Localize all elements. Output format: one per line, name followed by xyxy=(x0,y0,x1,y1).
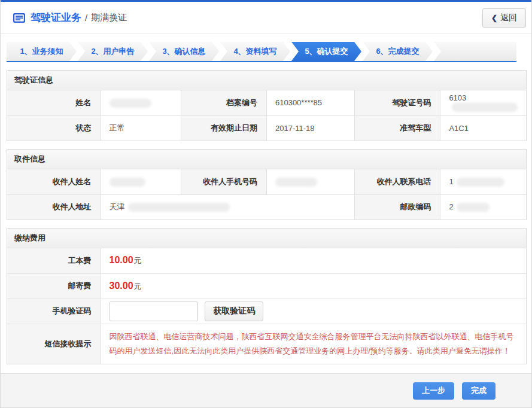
section-title-pickup: 取件信息 xyxy=(7,150,526,169)
recipient-mobile-label: 收件人手机号码 xyxy=(181,169,266,194)
tab-step-1-label: 1、业务须知 xyxy=(20,47,63,56)
production-fee-label: 工本费 xyxy=(7,248,101,273)
tab-step-2[interactable]: 2、用户申告 xyxy=(78,42,148,61)
recipient-address-value: 天津 xyxy=(101,194,355,220)
production-fee-value: 10.00元 xyxy=(101,248,526,273)
file-no-value: 610300****85 xyxy=(266,90,354,115)
tab-step-6[interactable]: 6、完成提交 xyxy=(363,42,433,61)
redacted-recipient-address xyxy=(128,203,230,212)
license-table: 姓名 档案编号 610300****85 驾驶证号码 6103 状态 正常 有效… xyxy=(7,90,526,141)
sms-code-cell: 获取验证码 xyxy=(101,299,526,324)
table-row: 收件人地址 天津 邮政编码 2 xyxy=(7,194,526,220)
recipient-name-label: 收件人姓名 xyxy=(7,169,101,194)
main-content: 驾驶证信息 姓名 档案编号 610300****85 驾驶证号码 6103 状态… xyxy=(1,70,531,364)
production-fee-amount: 10.00 xyxy=(110,255,133,265)
step-tabs: 1、业务须知 2、用户申告 3、确认信息 4、资料填写 5、确认提交 6、完成提… xyxy=(7,42,516,62)
finish-button[interactable]: 完成 xyxy=(462,382,495,400)
table-row: 姓名 档案编号 610300****85 驾驶证号码 6103 xyxy=(7,90,526,115)
sms-code-input[interactable] xyxy=(110,302,198,321)
redacted-name xyxy=(110,99,151,108)
table-row: 收件人姓名 收件人手机号码 收件人联系电话 1 xyxy=(7,169,526,194)
tab-step-4-label: 4、资料填写 xyxy=(233,47,276,56)
mailing-fee-amount: 30.00 xyxy=(110,281,133,291)
section-pickup-info: 取件信息 收件人姓名 收件人手机号码 收件人联系电话 1 收件人地址 天津 邮政… xyxy=(7,149,527,220)
previous-step-button[interactable]: 上一步 xyxy=(413,382,454,400)
recipient-phone-label: 收件人联系电话 xyxy=(355,169,440,194)
tab-step-5-label: 5、确认提交 xyxy=(305,47,348,56)
footer-bar: 上一步 完成 xyxy=(1,373,531,407)
license-no-label: 驾驶证号码 xyxy=(355,90,440,115)
table-row: 工本费 10.00元 xyxy=(7,248,526,273)
fees-table: 工本费 10.00元 邮寄费 30.00元 手机验证码 获取验证码 短信接收提示… xyxy=(7,248,526,364)
tab-step-1[interactable]: 1、业务须知 xyxy=(7,42,77,61)
recipient-mobile-value xyxy=(266,169,354,194)
file-no-label: 档案编号 xyxy=(181,90,266,115)
page-header: 驾驶证业务 / 期满换证 ❮ 返回 xyxy=(1,2,531,34)
tab-step-3[interactable]: 3、确认信息 xyxy=(149,42,219,61)
name-value xyxy=(101,90,181,115)
mailing-fee-unit: 元 xyxy=(134,282,142,291)
status-label: 状态 xyxy=(7,115,101,141)
valid-until-value: 2017-11-18 xyxy=(266,115,354,141)
production-fee-unit: 元 xyxy=(134,256,142,265)
breadcrumb-current: 期满换证 xyxy=(91,12,127,23)
sms-notice-label: 短信接收提示 xyxy=(7,324,101,364)
table-row: 邮寄费 30.00元 xyxy=(7,273,526,299)
vehicle-class-label: 准驾车型 xyxy=(355,115,440,141)
redacted-postal-code xyxy=(457,203,490,212)
sms-notice-text: 因陕西省联通、电信运营商技术问题，陕西省互联网交通安全综合服务管理平台无法向持陕… xyxy=(101,324,526,364)
redacted-recipient-mobile xyxy=(275,178,317,187)
section-license-info: 驾驶证信息 姓名 档案编号 610300****85 驾驶证号码 6103 状态… xyxy=(7,70,527,141)
sms-notice-cell: 因陕西省联通、电信运营商技术问题，陕西省互联网交通安全综合服务管理平台无法向持陕… xyxy=(101,324,526,364)
table-row: 状态 正常 有效期止日期 2017-11-18 准驾车型 A1C1 xyxy=(7,115,526,141)
tab-filler xyxy=(434,42,516,61)
section-title-license: 驾驶证信息 xyxy=(7,71,526,90)
redacted-license-no xyxy=(452,103,518,112)
section-fees: 缴纳费用 工本费 10.00元 邮寄费 30.00元 手机验证码 获取验证码 短… xyxy=(7,228,527,364)
recipient-name-value xyxy=(101,169,181,194)
license-card-icon xyxy=(13,13,26,23)
pickup-table: 收件人姓名 收件人手机号码 收件人联系电话 1 收件人地址 天津 邮政编码 2 xyxy=(7,169,526,220)
table-row: 短信接收提示 因陕西省联通、电信运营商技术问题，陕西省互联网交通安全综合服务管理… xyxy=(7,324,526,364)
tab-step-3-label: 3、确认信息 xyxy=(162,47,205,56)
redacted-recipient-phone xyxy=(457,178,504,187)
page-title: 驾驶证业务 xyxy=(31,11,81,25)
back-button[interactable]: ❮ 返回 xyxy=(482,8,526,28)
status-value: 正常 xyxy=(101,115,181,141)
name-label: 姓名 xyxy=(7,90,101,115)
redacted-recipient-name xyxy=(110,178,145,187)
valid-until-label: 有效期止日期 xyxy=(181,115,266,141)
postal-code-value: 2 xyxy=(440,194,526,220)
tab-step-2-label: 2、用户申告 xyxy=(91,47,134,56)
sms-code-label: 手机验证码 xyxy=(7,299,101,324)
table-row: 手机验证码 获取验证码 xyxy=(7,299,526,324)
chevron-left-icon: ❮ xyxy=(491,14,497,22)
tab-step-6-label: 6、完成提交 xyxy=(376,47,419,56)
recipient-address-label: 收件人地址 xyxy=(7,194,101,220)
tab-step-5-active[interactable]: 5、确认提交 xyxy=(291,42,361,61)
license-no-value: 6103 xyxy=(440,90,526,115)
postal-code-label: 邮政编码 xyxy=(355,194,440,220)
section-title-fees: 缴纳费用 xyxy=(7,229,526,248)
vehicle-class-value: A1C1 xyxy=(440,115,526,141)
breadcrumb-separator: / xyxy=(85,13,87,23)
tab-step-4[interactable]: 4、资料填写 xyxy=(220,42,290,61)
get-sms-code-button[interactable]: 获取验证码 xyxy=(205,302,263,321)
back-button-label: 返回 xyxy=(500,13,517,23)
recipient-phone-value: 1 xyxy=(440,169,526,194)
mailing-fee-label: 邮寄费 xyxy=(7,273,101,299)
mailing-fee-value: 30.00元 xyxy=(101,273,526,299)
